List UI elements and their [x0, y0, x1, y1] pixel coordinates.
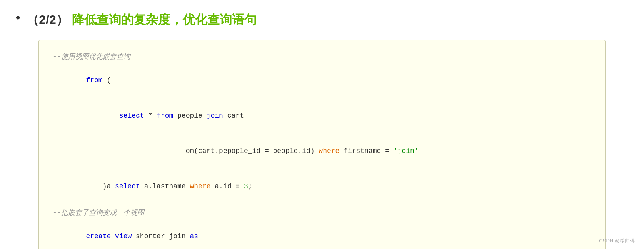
page-heading: （2/2） 降低查询的复杂度，优化查询语句: [27, 12, 256, 28]
code-section-1: --使用视图优化嵌套查询 from ( select * from people…: [53, 51, 591, 204]
code-section-2: --把嵌套子查询变成一个视图 create view shorter_join …: [53, 207, 591, 249]
bullet-dot: ●: [15, 12, 20, 22]
code-line-create: create view shorter_join as: [53, 219, 591, 249]
heading-row: ● （2/2） 降低查询的复杂度，优化查询语句: [15, 12, 629, 28]
code-line-select1: select * from people join cart: [53, 98, 591, 133]
heading-plain: （2/2）: [27, 13, 68, 27]
watermark: CSDN @嗡师傅: [599, 237, 635, 244]
code-line-a1: )a select a.lastname where a.id = 3;: [53, 169, 591, 204]
code-line-on1: on(cart.pepople_id = people.id) where fi…: [53, 133, 591, 169]
code-line-from1: from (: [53, 63, 591, 98]
comment-line-1: --使用视图优化嵌套查询: [53, 51, 591, 63]
page-container: ● （2/2） 降低查询的复杂度，优化查询语句 --使用视图优化嵌套查询 fro…: [0, 0, 644, 249]
code-block: --使用视图优化嵌套查询 from ( select * from people…: [38, 40, 606, 249]
heading-highlight: 降低查询的复杂度，优化查询语句: [72, 13, 257, 27]
comment-line-2: --把嵌套子查询变成一个视图: [53, 207, 591, 219]
